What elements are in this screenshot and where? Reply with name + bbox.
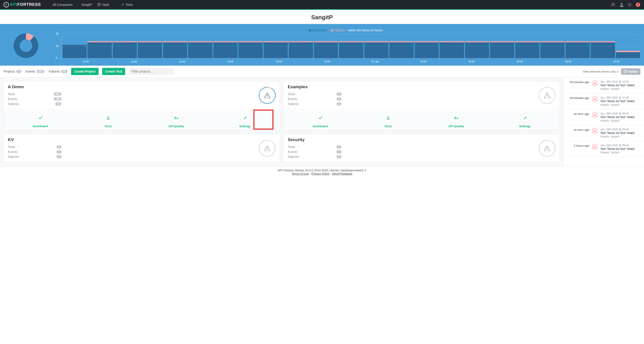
event-time: 19 minutes ago xyxy=(567,96,589,100)
action-dashboard[interactable]: Dashboard xyxy=(313,113,328,128)
status-ring xyxy=(259,140,276,157)
logo[interactable]: APIFORTRESS xyxy=(4,2,41,8)
dashboard-icon xyxy=(36,113,46,123)
svg-point-0 xyxy=(98,3,100,4)
tab-projects[interactable]: Projects5 xyxy=(4,70,21,73)
event-title: Test "Demo Int Test" failed xyxy=(600,84,641,87)
event-warning-icon xyxy=(592,112,598,118)
toolbar: Projects5 Events325 Failures46 Create Pr… xyxy=(0,66,644,78)
action-settings[interactable]: Settings xyxy=(239,113,251,128)
action-api-quality[interactable]: API Quality xyxy=(448,113,464,128)
gear-icon[interactable] xyxy=(628,3,632,7)
chart-legend: Successes Failures within the latest 24 … xyxy=(48,29,640,32)
donut-chart xyxy=(14,33,38,58)
event-date: Apr, 29th 2020 @ 10:00 xyxy=(600,96,641,99)
svg-point-1 xyxy=(612,3,614,5)
view-relevant-toggle[interactable]: View relevant events only xyxy=(583,70,619,73)
project-card[interactable]: KVTests5Events0Failures0 xyxy=(4,134,280,162)
event-warning-icon xyxy=(592,96,598,102)
event-row[interactable]: 19 minutes agoApr, 29th 2020 @ 10:00Test… xyxy=(564,93,644,109)
event-initiator: Initiator: System xyxy=(600,103,641,106)
event-date: Apr, 29th 2020 @ 09:00 xyxy=(600,128,641,131)
quality-icon xyxy=(451,113,461,123)
footer-terms[interactable]: Terms of Use xyxy=(292,172,309,175)
action-tests[interactable]: Tests xyxy=(103,113,113,128)
event-warning-icon xyxy=(592,80,598,86)
event-title: Test "Demo Int Test" failed xyxy=(600,116,641,119)
event-time: an hour ago xyxy=(567,128,589,131)
top-nav: APIFORTRESS All Companies → SangitP Vaul… xyxy=(0,0,644,10)
event-initiator: Initiator: System xyxy=(600,151,641,154)
nav-tools[interactable]: Tools xyxy=(118,3,136,7)
refresh-icon xyxy=(624,70,627,73)
svg-point-2 xyxy=(621,3,622,5)
svg-text:?: ? xyxy=(637,3,639,7)
project-title: A Demo xyxy=(8,84,62,89)
event-title: Test "Demo Int Test" failed xyxy=(600,100,641,103)
project-card[interactable]: ExamplesTests7Events0Failures0DashboardT… xyxy=(284,81,560,130)
add-user-icon[interactable] xyxy=(611,3,616,7)
event-time: 19 minutes ago xyxy=(567,80,589,84)
tab-failures[interactable]: Failures46 xyxy=(49,70,68,73)
help-icon[interactable]: ? xyxy=(636,2,640,7)
nav-all-companies[interactable]: All Companies xyxy=(50,3,75,7)
user-icon[interactable] xyxy=(620,3,624,7)
dashboard-icon xyxy=(316,113,325,123)
status-ring xyxy=(259,87,276,104)
footer-version: API Fortress Version 20.0.0 2013-2020 | … xyxy=(2,169,642,172)
bar-chart: 20 10 0 xyxy=(62,34,640,58)
event-initiator: Initiator: System xyxy=(600,87,641,90)
event-row[interactable]: an hour agoApr, 29th 2020 @ 09:00Test "D… xyxy=(564,109,644,125)
warning-icon xyxy=(544,144,551,152)
settings-icon xyxy=(240,113,250,123)
settings-icon xyxy=(520,113,530,123)
warning-icon xyxy=(264,92,271,99)
update-button[interactable]: Update xyxy=(621,68,640,75)
footer-privacy[interactable]: Privacy Policy xyxy=(311,172,330,175)
action-settings[interactable]: Settings xyxy=(519,113,531,128)
warning-icon xyxy=(544,92,551,99)
project-title: KV xyxy=(8,137,62,142)
event-initiator: Initiator: System xyxy=(600,135,641,138)
warning-icon xyxy=(264,144,271,152)
chart-area: Successes Failures within the latest 24 … xyxy=(0,24,644,66)
wrench-icon xyxy=(121,3,124,6)
project-title: Examples xyxy=(288,84,342,89)
project-card[interactable]: SecurityTests7Events0Failures0 xyxy=(284,134,560,162)
nav-vault[interactable]: Vault xyxy=(95,3,112,7)
chevron-down-icon xyxy=(616,71,619,73)
status-ring xyxy=(539,140,556,157)
svg-point-9 xyxy=(388,117,388,117)
nav-company[interactable]: SangitP xyxy=(78,3,95,7)
svg-point-7 xyxy=(108,117,108,117)
tests-icon xyxy=(383,113,393,123)
svg-point-3 xyxy=(629,4,630,5)
filter-projects-input[interactable] xyxy=(129,68,174,75)
footer-feedback[interactable]: Send Feedback xyxy=(332,172,352,175)
create-project-button[interactable]: Create Project xyxy=(71,68,98,75)
events-panel: 19 minutes agoApr, 29th 2020 @ 10:00Test… xyxy=(564,78,644,166)
action-api-quality[interactable]: API Quality xyxy=(168,113,184,128)
event-warning-icon xyxy=(592,144,598,150)
footer: API Fortress Version 20.0.0 2013-2020 | … xyxy=(0,166,644,178)
event-row[interactable]: 2 hours agoApr, 29th 2020 @ 08:00Test "D… xyxy=(564,141,644,157)
tab-events[interactable]: Events325 xyxy=(26,70,44,73)
project-title: Security xyxy=(288,137,342,142)
projects-panel: A DemoTests100Events325Failures46Dashboa… xyxy=(0,78,564,166)
event-title: Test "Demo Int Test" failed xyxy=(600,147,641,150)
event-date: Apr, 29th 2020 @ 10:00 xyxy=(600,80,641,83)
project-card[interactable]: A DemoTests100Events325Failures46Dashboa… xyxy=(4,81,280,130)
logo-api: API xyxy=(10,2,17,7)
status-ring xyxy=(539,87,556,104)
event-initiator: Initiator: System xyxy=(600,119,641,122)
action-dashboard[interactable]: Dashboard xyxy=(33,113,48,128)
database-icon xyxy=(98,3,100,6)
event-row[interactable]: an hour agoApr, 29th 2020 @ 09:00Test "D… xyxy=(564,125,644,141)
logo-icon xyxy=(4,2,9,8)
event-row[interactable]: 19 minutes agoApr, 29th 2020 @ 10:00Test… xyxy=(564,78,644,93)
event-date: Apr, 29th 2020 @ 08:00 xyxy=(600,144,641,147)
action-tests[interactable]: Tests xyxy=(383,113,393,128)
tests-icon xyxy=(103,113,113,123)
event-title: Test "Demo Int Test" failed xyxy=(600,131,641,135)
create-test-button[interactable]: Create Test xyxy=(102,68,125,75)
